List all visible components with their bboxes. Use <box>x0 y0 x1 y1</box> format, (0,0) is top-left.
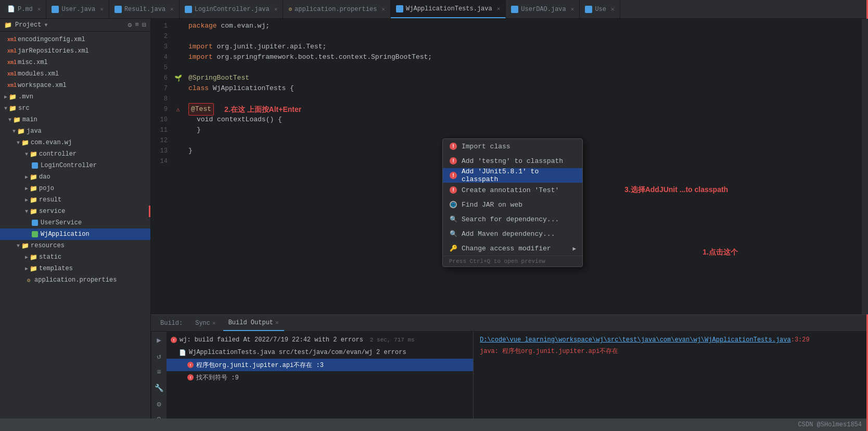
tab-close-active[interactable]: ✕ <box>497 5 501 12</box>
tree-item-templates[interactable]: ▶ 📁 templates <box>0 263 150 274</box>
tree-item-jarrepositories[interactable]: xml jarRepositories.xml <box>0 45 150 57</box>
code-line-9: @Test 2.在这 上面按Alt+Enter <box>188 104 862 115</box>
tree-item-com-evan-wj[interactable]: ▼ 📁 com.evan.wj <box>0 137 150 148</box>
menu-change-access[interactable]: 🔑 Change access modifier ▶ <box>443 241 582 256</box>
tree-item-logincontroller[interactable]: LoginController <box>0 160 150 171</box>
tree-item-encodingconfig[interactable]: xml encodingconfig.xml <box>0 34 150 45</box>
tree-item-wjapplication[interactable]: WjApplication <box>0 229 150 240</box>
key-icon: 🔑 <box>449 244 457 252</box>
menu-find-jar[interactable]: 🌐 Find JAR on web <box>443 197 582 212</box>
menu-create-annotation[interactable]: ! Create annotation 'Test' <box>443 183 582 197</box>
tree-item-java[interactable]: ▼ 📁 java <box>0 125 150 137</box>
menu-item-label: Add 'testng' to classpath <box>462 157 563 165</box>
tree-item-service[interactable]: ▼ 📁 service <box>0 206 150 217</box>
tab-application-properties[interactable]: ⚙ application.properties ✕ <box>283 0 391 18</box>
bottom-panel: Build: Sync ✕ Build Output ✕ ▶ ↺ ≡ 🔧 <box>151 314 868 419</box>
error-indicator <box>149 206 150 217</box>
tab-use[interactable]: Use ✕ <box>580 0 620 18</box>
gutter-icons: 🌱 ⚠ <box>172 19 184 314</box>
menu-search-dependency[interactable]: 🔍 Search for dependency... <box>443 212 582 226</box>
play-icon[interactable]: ▶ <box>154 336 164 345</box>
build-item-wjtest[interactable]: 📄 WjApplicationTests.java src/test/java/… <box>167 346 473 359</box>
gear-icon[interactable]: ⚙ <box>128 21 132 29</box>
menu-add-junit[interactable]: ! Add 'JUnit5.8.1' to classpath <box>443 168 582 183</box>
tab-close[interactable]: ✕ <box>611 6 615 12</box>
build-item-error2[interactable]: ! 找不到符号 :9 <box>167 371 473 384</box>
filter-icon[interactable]: ≡ <box>154 368 164 376</box>
tree-item-mvn[interactable]: ▶ 📁 .mvn <box>0 91 150 103</box>
tab-close[interactable]: ✕ <box>100 6 104 12</box>
tab-label: User.java <box>61 6 95 13</box>
sync-tab-close[interactable]: ✕ <box>212 320 216 326</box>
scrollbar-right[interactable] <box>862 19 868 314</box>
menu-add-maven[interactable]: 🔍 Add Maven dependency... <box>443 226 582 241</box>
menu-item-label: Import class <box>462 143 510 150</box>
tree-item-dao[interactable]: ▶ 📁 dao <box>0 171 150 183</box>
status-text: CSDN @SHolmes1854 <box>798 421 862 428</box>
tab-close[interactable]: ✕ <box>170 6 174 12</box>
warn-gutter-icon: ⚠ <box>176 106 180 113</box>
build-output-tab-close[interactable]: ✕ <box>275 319 279 326</box>
tab-close[interactable]: ✕ <box>381 6 385 12</box>
settings-icon[interactable]: ⚙ <box>154 400 164 409</box>
tab-bar: 📄 P.md ✕ User.java ✕ Result.java ✕ Login… <box>0 0 868 19</box>
error-icon-annotation: ! <box>449 186 457 194</box>
align-icon[interactable]: ≡ <box>135 21 139 29</box>
output-error: java: 程序包org.junit.jupiter.api不存在 <box>480 348 618 355</box>
tab-logincontroller[interactable]: LoginController.java ✕ <box>180 0 284 18</box>
tree-item-main[interactable]: ▼ 📁 main <box>0 114 150 125</box>
pmd-icon: 📄 <box>7 5 15 13</box>
project-icon: 📁 <box>4 21 12 29</box>
tab-close[interactable]: ✕ <box>274 6 278 12</box>
tab-sync[interactable]: Sync ✕ <box>190 315 221 331</box>
tree-item-src[interactable]: ▼ 📁 src <box>0 103 150 114</box>
build-item-failed[interactable]: ! wj: build failed At 2022/7/19 22:42 wi… <box>167 334 473 346</box>
code-line-1: package com.evan.wj; <box>188 21 862 31</box>
refresh-icon[interactable]: ↺ <box>154 352 164 361</box>
java-icon <box>396 5 403 12</box>
file-icon: 📄 <box>179 349 186 356</box>
tab-result-java[interactable]: Result.java ✕ <box>109 0 180 18</box>
tree-item-workspace[interactable]: xml workspace.xml <box>0 80 150 91</box>
tree-item-controller[interactable]: ▼ 📁 controller <box>0 148 150 160</box>
tab-user-java[interactable]: User.java ✕ <box>46 0 109 18</box>
code-line-4: import org.springframework.boot.test.con… <box>188 52 862 62</box>
tab-build-output[interactable]: Build Output ✕ <box>223 315 284 331</box>
project-dropdown-icon[interactable]: ▼ <box>44 22 47 28</box>
build-label: Build: <box>155 315 188 331</box>
hint-step3: 3.选择AddJUnit ...to classpath <box>624 185 728 194</box>
search-icon-dep: 🔍 <box>449 215 457 223</box>
tree-item-misc[interactable]: xml misc.xml <box>0 57 150 68</box>
tab-label: UserDAO.java <box>521 6 566 13</box>
tab-userdao[interactable]: UserDAO.java ✕ <box>506 0 580 18</box>
tree-item-resources[interactable]: ▼ 📁 resources <box>0 240 150 251</box>
context-menu-footer: Press Ctrl+Q to open preview <box>443 256 582 267</box>
menu-add-testng[interactable]: ! Add 'testng' to classpath <box>443 154 582 168</box>
output-link[interactable]: D:\code\vue_learning\workspace\wj\src\te… <box>480 336 791 344</box>
sync-tab-label: Sync <box>195 320 210 327</box>
tab-close[interactable]: ✕ <box>571 6 575 12</box>
collapse-icon[interactable]: ⊟ <box>142 21 146 29</box>
code-line-3: import org.junit.jupiter.api.Test; <box>188 42 862 52</box>
menu-item-label: Create annotation 'Test' <box>462 186 559 194</box>
tree-item-app-properties[interactable]: ⚙ application.properties <box>0 274 150 286</box>
tab-label: LoginController.java <box>195 6 270 13</box>
tab-wjapplicationtests[interactable]: WjApplicationTests.java ✕ <box>391 0 506 18</box>
tree-item-static[interactable]: ▶ 📁 static <box>0 251 150 263</box>
tree-item-pojo[interactable]: ▶ 📁 pojo <box>0 183 150 194</box>
tab-pmd[interactable]: 📄 P.md ✕ <box>2 0 46 18</box>
tab-close-pmd[interactable]: ✕ <box>37 6 41 12</box>
code-line-11: } <box>188 125 862 135</box>
output-link-line: D:\code\vue_learning\workspace\wj\src\te… <box>480 336 862 344</box>
wrench-icon[interactable]: 🔧 <box>154 384 164 392</box>
tree-item-result[interactable]: ▶ 📁 result <box>0 194 150 206</box>
project-title: Project <box>15 21 41 29</box>
menu-import-class[interactable]: ! Import class <box>443 139 582 154</box>
status-bar: CSDN @SHolmes1854 <box>0 419 868 431</box>
hint-step1-container: 1.点击这个 <box>692 248 738 257</box>
tree-item-modules[interactable]: xml modules.xml <box>0 68 150 80</box>
bottom-outer: ▶ ↺ ≡ 🔧 ⚙ ? ! wj: build failed At 2022/7… <box>151 332 868 419</box>
tree-item-userservice[interactable]: UserService <box>0 217 150 229</box>
build-item-error1[interactable]: ! 程序包org.junit.jupiter.api不存在 :3 <box>167 359 473 371</box>
output-error-line: java: 程序包org.junit.jupiter.api不存在 <box>480 347 862 356</box>
